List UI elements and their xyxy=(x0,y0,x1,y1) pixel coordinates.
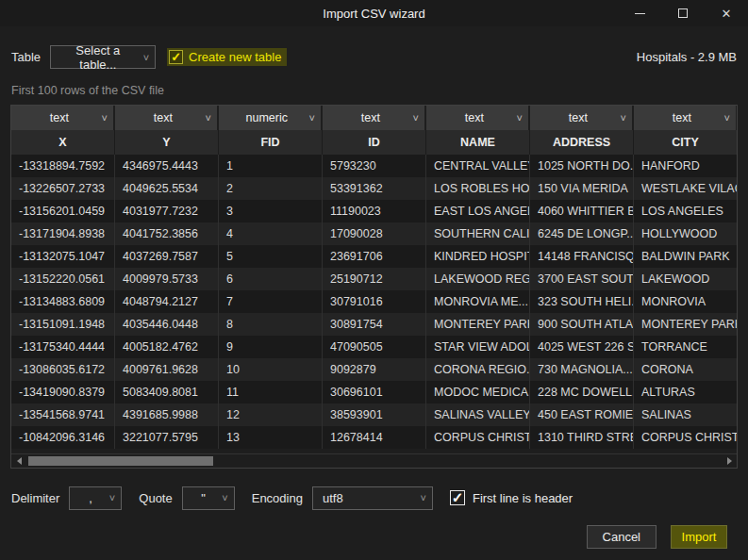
table-cell: 730 MAGNOLIA... xyxy=(530,358,634,381)
column-header: ID xyxy=(323,130,426,155)
column-type-value: text xyxy=(432,111,517,124)
quote-select[interactable]: " ˅ xyxy=(182,486,235,510)
chevron-down-icon: ˅ xyxy=(517,112,523,124)
scrollbar-track[interactable] xyxy=(26,454,722,468)
column-type-value: numeric xyxy=(224,111,309,124)
horizontal-scrollbar[interactable] xyxy=(11,453,737,468)
first-line-header-checkbox[interactable]: ✓ First line is header xyxy=(450,490,573,505)
table-cell: -13132075.1047 xyxy=(11,245,115,268)
table-cell: TORRANCE xyxy=(634,336,738,358)
table-cell: -13541568.9741 xyxy=(11,404,115,426)
table-cell: 47090505 xyxy=(323,336,426,358)
column-type-select[interactable]: text˅ xyxy=(530,106,634,130)
check-icon: ✓ xyxy=(450,490,465,505)
table-cell: 30891754 xyxy=(323,313,426,336)
close-button[interactable]: ✕ xyxy=(705,0,748,26)
table-cell: MODOC MEDICA... xyxy=(426,381,530,404)
table-cell: 7 xyxy=(219,290,323,313)
column-type-select[interactable]: text˅ xyxy=(634,106,738,130)
cancel-button[interactable]: Cancel xyxy=(587,525,657,549)
table-cell: 3221077.5795 xyxy=(115,426,219,449)
minimize-button[interactable] xyxy=(618,0,661,26)
scroll-right-button[interactable] xyxy=(722,454,737,468)
table-row: -13151091.19484035446.0448830891754MONTE… xyxy=(11,313,737,336)
import-csv-wizard-dialog: Import CSV wizard ✕ Table Select a table… xyxy=(0,0,748,560)
column-type-value: text xyxy=(328,111,413,124)
table-row: -13134883.68094048794.2127730791016MONRO… xyxy=(11,290,737,313)
column-type-select[interactable]: text˅ xyxy=(115,106,219,130)
column-type-select[interactable]: numeric˅ xyxy=(219,106,323,130)
table-select[interactable]: Select a table... ˅ xyxy=(50,45,156,69)
table-cell: 13 xyxy=(219,426,323,449)
preview-caption: First 100 rows of the CSV file xyxy=(11,84,737,97)
table-cell: -13156201.0459 xyxy=(11,200,115,222)
column-header-row: XYFIDIDNAMEADDRESSCITY xyxy=(11,130,737,155)
import-button[interactable]: Import xyxy=(671,525,727,549)
scroll-left-button[interactable] xyxy=(11,454,26,468)
column-header: ADDRESS xyxy=(530,130,634,155)
first-line-header-label: First line is header xyxy=(473,491,573,505)
table-cell: 323 SOUTH HELI... xyxy=(530,290,634,313)
encoding-select[interactable]: utf8 ˅ xyxy=(312,486,433,510)
column-header: NAME xyxy=(426,130,530,155)
check-icon: ✓ xyxy=(169,50,183,64)
table-cell: CORPUS CHRISTI xyxy=(634,426,738,449)
table-cell: HANFORD xyxy=(634,155,738,177)
table-row: -13318894.75924346975.444315793230CENTRA… xyxy=(11,155,737,177)
table-row: -13156201.04594031977.7232311190023EAST … xyxy=(11,200,737,222)
column-type-value: text xyxy=(536,111,621,124)
table-cell: MONTEREY PARK... xyxy=(426,313,530,336)
maximize-icon xyxy=(678,8,688,18)
table-cell: 23691706 xyxy=(323,245,426,268)
table-cell: 6245 DE LONGP... xyxy=(530,222,634,245)
table-row: -13086035.61724009761.9628109092879CORON… xyxy=(11,358,737,381)
chevron-down-icon: ˅ xyxy=(102,112,108,124)
table-cell: STAR VIEW ADOL... xyxy=(426,336,530,358)
column-header: FID xyxy=(219,130,323,155)
column-header: X xyxy=(11,130,115,155)
column-type-value: text xyxy=(121,111,206,124)
chevron-down-icon: ˅ xyxy=(724,112,730,124)
table-cell: LOS ANGELES xyxy=(634,200,738,222)
table-cell: 8 xyxy=(219,313,323,336)
table-cell: ALTURAS xyxy=(634,381,738,404)
scrollbar-thumb[interactable] xyxy=(28,456,213,466)
table-cell: 150 VIA MERIDA xyxy=(530,177,634,200)
column-type-value: text xyxy=(640,111,724,124)
table-cell: SALINAS VALLEY... xyxy=(426,404,530,426)
table-cell: 4009761.9628 xyxy=(115,358,219,381)
table-row: -13132075.10474037269.7587523691706KINDR… xyxy=(11,245,737,268)
chevron-down-icon: ˅ xyxy=(309,112,315,124)
table-cell: LOS ROBLES HO... xyxy=(426,177,530,200)
table-row: -13175340.44444005182.4762947090505STAR … xyxy=(11,336,737,358)
table-select-value: Select a table... xyxy=(60,43,136,72)
maximize-button[interactable] xyxy=(661,0,705,26)
close-icon: ✕ xyxy=(722,7,732,21)
table-cell: 3 xyxy=(219,200,323,222)
scroll-left-icon xyxy=(17,457,22,465)
table-cell: -10842096.3146 xyxy=(11,426,115,449)
window-controls: ✕ xyxy=(618,0,748,26)
table-cell: LAKEWOOD REG... xyxy=(426,268,530,290)
column-type-row: text˅text˅numeric˅text˅text˅text˅text˅ xyxy=(11,106,737,130)
column-type-select[interactable]: text˅ xyxy=(11,106,115,130)
table-cell: WESTLAKE VILAGE xyxy=(634,177,738,200)
table-cell: 1 xyxy=(219,155,323,177)
encoding-label: Encoding xyxy=(252,491,303,505)
delimiter-select[interactable]: , ˅ xyxy=(69,486,122,510)
create-new-table-checkbox[interactable]: ✓ Create new table xyxy=(167,48,287,66)
table-cell: 1310 THIRD STRE... xyxy=(530,426,634,449)
table-cell: 14148 FRANCISQ... xyxy=(530,245,634,268)
chevron-down-icon: ˅ xyxy=(621,112,626,124)
table-cell: 900 SOUTH ATLA... xyxy=(530,313,634,336)
table-cell: 25190712 xyxy=(323,268,426,290)
grid-body: -13318894.75924346975.444315793230CENTRA… xyxy=(11,155,737,449)
table-row: -13171904.89384041752.3856417090028SOUTH… xyxy=(11,222,737,245)
table-row: -10842096.31463221077.57951312678414CORP… xyxy=(11,426,737,449)
table-cell: -13134883.6809 xyxy=(11,290,115,313)
chevron-down-icon: ˅ xyxy=(102,492,115,503)
column-type-select[interactable]: text˅ xyxy=(426,106,530,130)
table-cell: MONROVIA xyxy=(634,290,738,313)
table-cell: 4031977.7232 xyxy=(115,200,219,222)
column-type-select[interactable]: text˅ xyxy=(323,106,426,130)
